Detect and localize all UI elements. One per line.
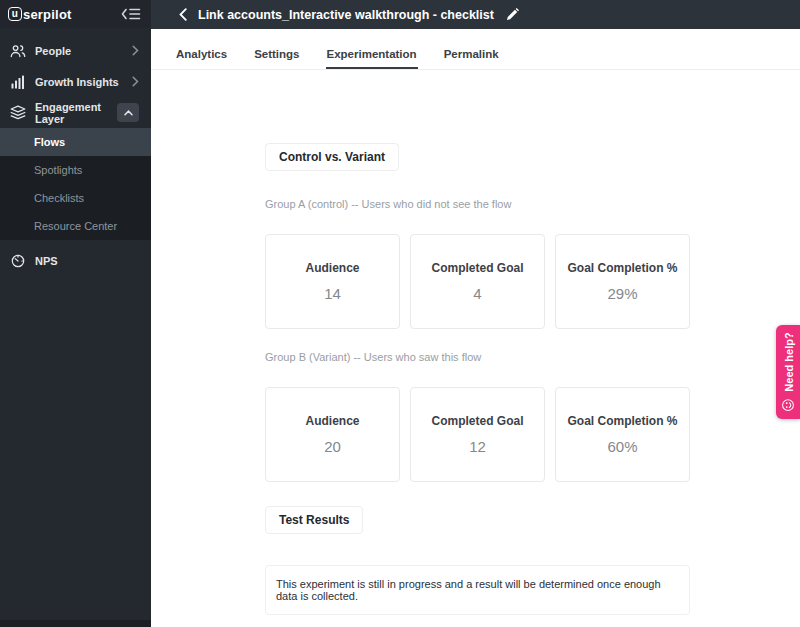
need-help-inner: Need help? <box>782 332 795 411</box>
pencil-icon <box>506 8 519 21</box>
chevron-up-icon <box>124 110 133 116</box>
group-b-cards: Audience 20 Completed Goal 12 Goal Compl… <box>265 387 690 482</box>
group-a-label: Group A (control) -- Users who did not s… <box>265 198 800 210</box>
gauge-icon <box>9 254 26 268</box>
need-help-tab[interactable]: Need help? <box>776 325 800 419</box>
experimentation-content: Control vs. Variant Group A (control) --… <box>151 143 800 615</box>
sidebar-item-label: People <box>35 45 132 57</box>
stat-card-audience: Audience 20 <box>265 387 400 482</box>
submenu-label: Checklists <box>34 192 84 204</box>
collapse-sidebar-icon[interactable] <box>121 8 141 20</box>
stat-card-goal-completion: Goal Completion % 60% <box>555 387 690 482</box>
submenu-label: Resource Center <box>34 220 117 232</box>
stat-value: 29% <box>607 285 637 302</box>
stat-value: 12 <box>469 438 486 455</box>
stat-card-completed-goal: Completed Goal 12 <box>410 387 545 482</box>
sidebar-item-label: NPS <box>35 255 139 267</box>
sidebar-item-flows[interactable]: Flows <box>0 128 151 156</box>
stat-label: Audience <box>305 414 359 428</box>
smiley-icon <box>782 399 795 412</box>
sidebar-nav: People Growth Insights <box>0 28 151 276</box>
sidebar-item-engagement-layer[interactable]: Engagement Layer <box>0 97 151 128</box>
collapse-section-button[interactable] <box>117 103 139 122</box>
userpilot-logo: userpilot <box>8 7 72 22</box>
stat-label: Completed Goal <box>431 414 523 428</box>
submenu-label: Spotlights <box>34 164 82 176</box>
stat-value: 60% <box>607 438 637 455</box>
stat-value: 20 <box>324 438 341 455</box>
stat-label: Goal Completion % <box>567 414 677 428</box>
sidebar-item-growth-insights[interactable]: Growth Insights <box>0 66 151 97</box>
stat-label: Audience <box>305 261 359 275</box>
test-results-row: Test Results <box>265 506 800 534</box>
tab-experimentation[interactable]: Experimentation <box>327 48 417 69</box>
bar-chart-icon <box>9 75 26 89</box>
experiment-status-message: This experiment is still in progress and… <box>265 565 690 615</box>
control-vs-variant-title: Control vs. Variant <box>265 143 399 171</box>
tab-settings[interactable]: Settings <box>254 48 299 69</box>
stat-value: 4 <box>473 285 481 302</box>
sidebar-item-checklists[interactable]: Checklists <box>0 184 151 212</box>
logo-badge-icon: u <box>8 7 22 21</box>
engagement-layer-submenu: Flows Spotlights Checklists Resource Cen… <box>0 128 151 240</box>
tab-analytics[interactable]: Analytics <box>176 48 227 69</box>
tab-permalink[interactable]: Permalink <box>444 48 499 69</box>
sidebar-item-resource-center[interactable]: Resource Center <box>0 212 151 240</box>
people-icon <box>9 44 26 58</box>
stat-label: Completed Goal <box>431 261 523 275</box>
sidebar-item-label: Growth Insights <box>35 76 132 88</box>
sidebar-bottom-strip <box>0 620 151 627</box>
topbar: Link accounts_Interactive walkthrough - … <box>151 0 800 29</box>
main-area: Link accounts_Interactive walkthrough - … <box>151 0 800 627</box>
app-window: userpilot People <box>0 0 800 627</box>
group-a-cards: Audience 14 Completed Goal 4 Goal Comple… <box>265 234 690 329</box>
page-title: Link accounts_Interactive walkthrough - … <box>198 8 494 22</box>
stat-card-audience: Audience 14 <box>265 234 400 329</box>
sidebar-item-people[interactable]: People <box>0 35 151 66</box>
chevron-right-icon <box>132 45 139 56</box>
back-button[interactable] <box>179 8 187 21</box>
logo-text: serpilot <box>23 7 72 22</box>
need-help-label: Need help? <box>782 332 794 391</box>
sidebar-item-nps[interactable]: NPS <box>0 245 151 276</box>
submenu-label: Flows <box>34 136 65 148</box>
layers-icon <box>9 105 26 120</box>
sidebar-header: userpilot <box>0 0 151 28</box>
stat-label: Goal Completion % <box>567 261 677 275</box>
stat-card-completed-goal: Completed Goal 4 <box>410 234 545 329</box>
sidebar-item-spotlights[interactable]: Spotlights <box>0 156 151 184</box>
stat-card-goal-completion: Goal Completion % 29% <box>555 234 690 329</box>
section-header-row: Control vs. Variant <box>265 143 800 171</box>
chevron-left-icon <box>179 8 187 21</box>
tab-bar: Analytics Settings Experimentation Perma… <box>151 29 800 70</box>
sidebar: userpilot People <box>0 0 151 627</box>
group-b-label: Group B (Variant) -- Users who saw this … <box>265 351 800 363</box>
test-results-title: Test Results <box>265 506 363 534</box>
stat-value: 14 <box>324 285 341 302</box>
chevron-right-icon <box>132 76 139 87</box>
edit-title-button[interactable] <box>506 8 519 21</box>
sidebar-item-label: Engagement Layer <box>35 101 117 125</box>
